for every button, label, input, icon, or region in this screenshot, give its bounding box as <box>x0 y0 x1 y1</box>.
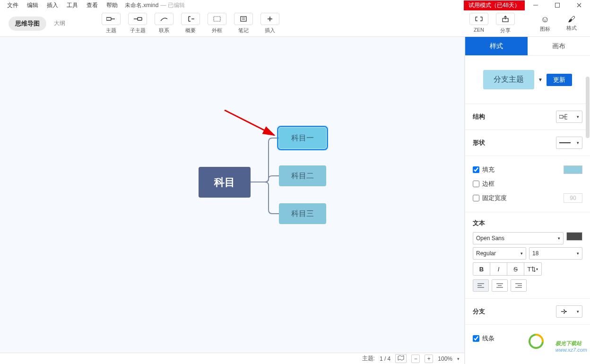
svg-rect-4 <box>106 17 111 20</box>
panel-tab-style[interactable]: 样式 <box>465 37 528 56</box>
menu-tools[interactable]: 工具 <box>62 0 82 11</box>
mindmap-child-2[interactable]: 科目二 <box>279 165 326 186</box>
structure-label: 结构 <box>473 113 485 121</box>
map-overview-icon[interactable] <box>395 354 407 363</box>
text-color-swatch[interactable] <box>566 232 582 241</box>
tab-mindmap[interactable]: 思维导图 <box>9 17 46 31</box>
format-panel: 样式 画布 分支主题 ▼ 更新 结构 ▾ 形状 <box>465 37 590 364</box>
menu-bar: 文件 编辑 插入 工具 查看 帮助 <box>0 0 122 11</box>
tab-outline[interactable]: 大纲 <box>48 17 71 30</box>
svg-rect-1 <box>555 3 560 8</box>
status-bar: 主题: 1 / 4 − + 100% ▾ <box>0 353 464 364</box>
toolbar-topic[interactable]: 主题 <box>99 13 123 34</box>
svg-rect-17 <box>559 115 563 118</box>
watermark-url: www.xz7.com <box>555 347 587 353</box>
fill-checkbox[interactable]: 填充 <box>473 165 495 174</box>
align-right-button[interactable] <box>511 279 527 292</box>
menu-help[interactable]: 帮助 <box>102 0 122 11</box>
branch-style-icon <box>559 308 570 315</box>
shape-label: 形状 <box>473 139 485 147</box>
toolbar: 思维导图 大纲 主题 子主题 联系 概要 外框 笔记 插入 ZEN 分享 ☺ 图… <box>0 10 590 37</box>
window-minimize-button[interactable] <box>525 0 547 10</box>
svg-line-16 <box>225 110 274 135</box>
menu-file[interactable]: 文件 <box>3 0 23 11</box>
structure-dropdown[interactable]: ▾ <box>556 111 582 123</box>
font-weight-dropdown[interactable]: Regular▾ <box>473 247 526 260</box>
update-style-button[interactable]: 更新 <box>547 74 572 86</box>
svg-rect-9 <box>214 17 220 21</box>
status-topic-label: 主题: <box>362 355 375 363</box>
window-close-button[interactable] <box>568 0 590 10</box>
mindmap-child-1[interactable]: 科目一 <box>279 128 326 148</box>
fixed-width-value[interactable]: 90 <box>564 193 582 203</box>
bold-button[interactable]: B <box>473 263 490 275</box>
line-shape-icon <box>559 141 571 145</box>
mindmap-root-node[interactable]: 科目 <box>199 167 251 198</box>
toolbar-boundary[interactable]: 外框 <box>205 13 229 34</box>
toolbar-share[interactable]: 分享 <box>494 13 517 34</box>
watermark: 极光下载站 www.xz7.com <box>555 340 587 353</box>
fixed-width-checkbox[interactable]: 固定宽度 <box>473 194 507 202</box>
canvas[interactable]: 科目 科目一 科目二 科目三 主题: 1 / 4 − + 100% ▾ <box>0 37 465 364</box>
menu-edit[interactable]: 编辑 <box>23 0 43 11</box>
document-edited-indicator: — 已编辑 <box>160 1 184 9</box>
branch-label: 分支 <box>473 307 485 316</box>
brush-icon: 🖌 <box>568 15 575 24</box>
toolbar-insert[interactable]: 插入 <box>258 13 282 34</box>
main-area: 科目 科目一 科目二 科目三 主题: 1 / 4 − + 100% ▾ 样式 画… <box>0 37 590 364</box>
window-maximize-button[interactable] <box>547 0 568 10</box>
panel-tab-canvas[interactable]: 画布 <box>528 37 590 56</box>
text-style-buttons: B I S T⇅ ▾ <box>473 262 542 276</box>
shape-dropdown[interactable]: ▾ <box>556 137 582 149</box>
connectors <box>0 37 464 364</box>
watermark-logo-icon <box>528 333 545 350</box>
chevron-down-icon[interactable]: ▾ <box>457 356 460 361</box>
smiley-icon: ☺ <box>541 15 549 25</box>
border-checkbox[interactable]: 边框 <box>473 180 582 188</box>
annotation-arrow <box>222 108 284 146</box>
text-transform-button[interactable]: T⇅ ▾ <box>524 263 541 275</box>
menu-insert[interactable]: 插入 <box>43 0 62 11</box>
zoom-in-button[interactable]: + <box>425 355 433 363</box>
caret-down-icon[interactable]: ▼ <box>538 77 543 82</box>
align-left-button[interactable] <box>473 279 489 292</box>
menu-view[interactable]: 查看 <box>82 0 102 11</box>
italic-button[interactable]: I <box>490 263 507 275</box>
branch-style-dropdown[interactable]: ▾ <box>556 305 582 318</box>
text-section-label: 文本 <box>473 219 582 227</box>
mindmap-child-3[interactable]: 科目三 <box>279 203 326 224</box>
align-center-button[interactable] <box>492 279 508 292</box>
svg-rect-7 <box>138 17 142 20</box>
document-title: 未命名.xmind <box>125 1 158 9</box>
toolbar-format[interactable]: 🖌 格式 <box>560 15 583 33</box>
toolbar-subtopic[interactable]: 子主题 <box>126 13 149 34</box>
fill-color-swatch[interactable] <box>564 165 582 174</box>
toolbar-summary[interactable]: 概要 <box>179 13 202 34</box>
titlebar: 文件 编辑 插入 工具 查看 帮助 未命名.xmind — 已编辑 试用模式（已… <box>0 0 590 10</box>
svg-rect-10 <box>241 17 246 21</box>
font-size-dropdown[interactable]: 18▾ <box>529 247 582 260</box>
toolbar-notes[interactable]: 笔记 <box>232 13 255 34</box>
panel-scrollbar[interactable] <box>586 77 590 138</box>
structure-icon <box>559 113 570 120</box>
strikethrough-button[interactable]: S <box>507 263 524 275</box>
trial-mode-badge[interactable]: 试用模式（已48天） <box>464 0 525 10</box>
toolbar-icons[interactable]: ☺ 图标 <box>533 15 557 33</box>
toolbar-zen[interactable]: ZEN <box>467 13 491 34</box>
status-topic-value: 1 / 4 <box>380 355 390 362</box>
toolbar-relationship[interactable]: 联系 <box>152 13 176 34</box>
zoom-value[interactable]: 100% <box>438 355 452 362</box>
zoom-out-button[interactable]: − <box>411 355 420 363</box>
font-family-dropdown[interactable]: Open Sans▾ <box>473 232 564 244</box>
text-align-buttons <box>473 279 582 292</box>
watermark-brand: 极光下载站 <box>555 340 587 347</box>
topic-type-dropdown[interactable]: 分支主题 <box>483 70 534 89</box>
